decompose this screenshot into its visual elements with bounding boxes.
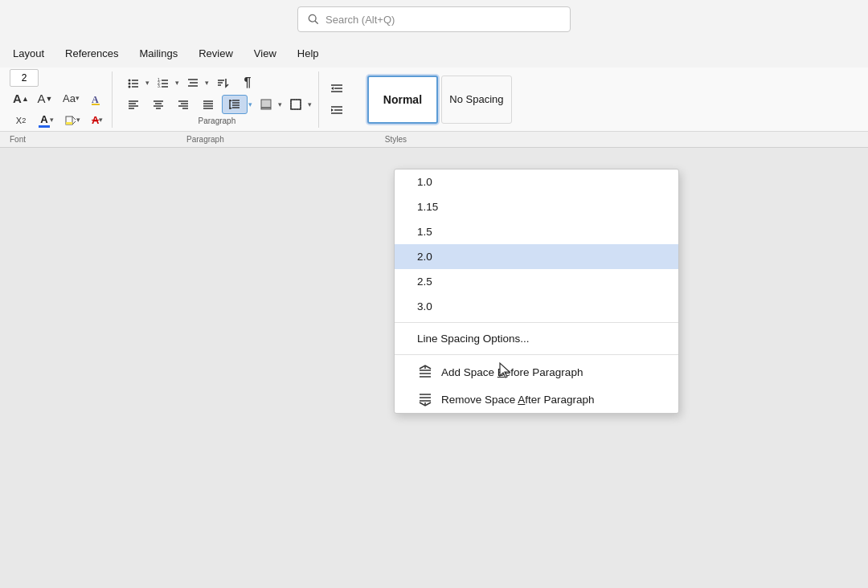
decrease-indent-icon: [330, 82, 344, 95]
add-space-before-icon: [417, 365, 433, 379]
font-shrink-button[interactable]: A▼: [34, 89, 56, 108]
svg-rect-3: [92, 104, 100, 105]
align-left-icon: [127, 98, 140, 111]
remove-space-after-item[interactable]: Remove Space After Paragraph: [395, 386, 678, 413]
add-space-before-item[interactable]: Add Space Before Paragraph: [395, 358, 678, 386]
menu-item-mailings[interactable]: Mailings: [130, 44, 188, 63]
bullet-list-icon: [127, 76, 140, 89]
text-effects-icon: A: [91, 92, 104, 105]
svg-rect-49: [291, 100, 301, 109]
increase-indent-button[interactable]: [326, 100, 348, 120]
svg-rect-48: [291, 100, 301, 109]
font-grow-button[interactable]: A▲: [10, 89, 32, 108]
align-left-button[interactable]: [122, 95, 145, 114]
menu-item-view[interactable]: View: [244, 44, 286, 63]
menu-item-references[interactable]: References: [55, 44, 128, 63]
multilevel-list-button[interactable]: [182, 73, 204, 92]
sort-button[interactable]: [211, 73, 234, 92]
menu-item-help[interactable]: Help: [288, 44, 329, 63]
remove-space-after-icon: [417, 392, 433, 406]
line-spacing-dropdown: 1.0 1.15 1.5 2.0 2.5 3.0 Line Spacing Op…: [394, 169, 679, 414]
font-color-button[interactable]: A ▾: [34, 111, 59, 130]
align-center-button[interactable]: [147, 95, 170, 114]
text-effects-button[interactable]: A: [86, 89, 108, 108]
borders-icon: [289, 98, 302, 111]
svg-rect-5: [66, 122, 72, 125]
svg-line-6: [72, 116, 76, 120]
svg-line-1: [315, 21, 317, 23]
style-no-spacing[interactable]: No Spacing: [441, 76, 512, 124]
search-icon: [308, 14, 319, 25]
show-formatting-button[interactable]: ¶: [236, 73, 259, 92]
svg-line-7: [72, 121, 76, 125]
search-box[interactable]: Search (Alt+Q): [297, 6, 571, 32]
spacing-option-1-15[interactable]: 1.15: [395, 194, 678, 219]
svg-point-10: [128, 83, 130, 85]
svg-point-12: [128, 86, 130, 88]
change-case-button[interactable]: Aa▾: [58, 89, 84, 108]
title-bar: Search (Alt+Q): [0, 0, 868, 39]
justify-button[interactable]: [197, 95, 219, 114]
numbered-list-button[interactable]: 1. 2. 3.: [152, 73, 174, 92]
ribbon: 2 A▲ A▼ Aa▾ A X2 A: [0, 67, 868, 132]
spacing-option-3-0[interactable]: 3.0: [395, 294, 678, 319]
align-right-button[interactable]: [172, 95, 194, 114]
bullet-list-button[interactable]: [122, 73, 145, 92]
borders-button[interactable]: [285, 95, 307, 114]
styles-section: Normal No Spacing: [361, 71, 518, 128]
shading-icon: [260, 98, 272, 111]
align-right-icon: [177, 98, 190, 111]
decrease-indent-button[interactable]: [326, 79, 348, 98]
highlight-color-button[interactable]: ▾: [60, 111, 85, 130]
sort-icon: [216, 76, 229, 89]
line-spacing-icon: [228, 98, 241, 111]
line-spacing-options-item[interactable]: Line Spacing Options...: [395, 326, 678, 351]
style-normal[interactable]: Normal: [367, 76, 438, 124]
svg-text:3.: 3.: [158, 84, 161, 88]
paragraph-section-label: Paragraph: [122, 116, 312, 125]
dropdown-divider-1: [395, 322, 678, 323]
paragraph-group-label: Paragraph: [186, 135, 224, 144]
search-placeholder-text: Search (Alt+Q): [326, 14, 395, 26]
line-spacing-button[interactable]: [222, 95, 248, 114]
spacing-option-1-5[interactable]: 1.5: [395, 219, 678, 244]
menu-item-review[interactable]: Review: [189, 44, 243, 63]
spacing-option-1-0[interactable]: 1.0: [395, 169, 678, 194]
font-group-label: Font: [10, 135, 26, 144]
increase-indent-icon: [330, 104, 344, 116]
add-space-before-label: Add Space Before Paragraph: [441, 366, 583, 378]
svg-point-8: [128, 80, 130, 82]
numbered-list-icon: 1. 2. 3.: [157, 76, 170, 89]
menu-item-layout[interactable]: Layout: [3, 44, 54, 63]
line-spacing-options-label: Line Spacing Options...: [417, 333, 530, 345]
align-center-icon: [152, 98, 165, 111]
styles-group-label: Styles: [385, 135, 407, 144]
spacing-option-2-5[interactable]: 2.5: [395, 269, 678, 294]
multilevel-list-icon: [186, 76, 199, 89]
remove-space-after-label: Remove Space After Paragraph: [441, 394, 595, 406]
shading-button[interactable]: [255, 95, 277, 114]
justify-icon: [202, 98, 215, 111]
subscript-button[interactable]: X2: [10, 111, 32, 130]
dropdown-divider-2: [395, 354, 678, 355]
menu-bar: Layout References Mailings Review View H…: [0, 39, 868, 67]
highlight-icon: [65, 115, 76, 126]
spacing-option-2-0[interactable]: 2.0: [395, 244, 678, 269]
strikethrough-button[interactable]: A ▾: [87, 111, 108, 130]
font-size-input[interactable]: 2: [10, 69, 39, 87]
svg-text:A: A: [92, 94, 99, 105]
